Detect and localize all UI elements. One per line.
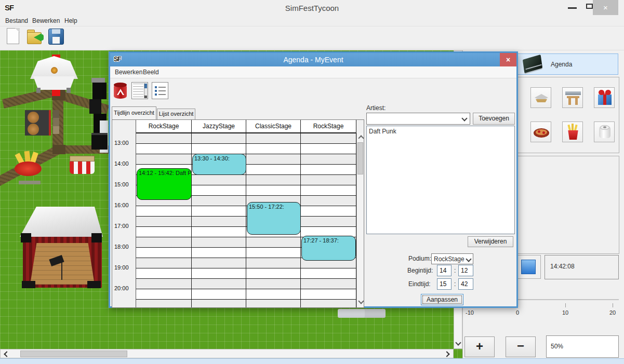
gift-ribbon bbox=[603, 95, 606, 105]
pepperoni bbox=[538, 130, 540, 133]
play-icon bbox=[521, 260, 536, 274]
end-hour-field[interactable]: 15 bbox=[437, 278, 452, 290]
item-fries-button[interactable] bbox=[562, 122, 583, 142]
open-folder-icon[interactable] bbox=[27, 29, 45, 45]
time-label: 17:00 bbox=[114, 223, 129, 229]
artist-combo[interactable] bbox=[366, 113, 470, 125]
burger bbox=[28, 112, 39, 123]
time-label: 16:00 bbox=[114, 202, 129, 208]
zoom-level-value: 50% bbox=[551, 343, 563, 350]
begin-minute-field[interactable]: 12 bbox=[458, 265, 473, 276]
stage-floor bbox=[30, 243, 95, 285]
zoom-in-button[interactable]: + bbox=[464, 336, 495, 357]
dialog-menu-bewerken[interactable]: Bewerken bbox=[115, 69, 142, 76]
close-button[interactable]: × bbox=[593, 0, 618, 15]
artist-label: Artiest: bbox=[366, 104, 386, 112]
striped-stand[interactable] bbox=[70, 161, 95, 174]
sidebar-item-agenda[interactable]: Agenda bbox=[517, 53, 618, 75]
zoom-out-button[interactable]: − bbox=[506, 336, 536, 357]
floor-tile-side bbox=[536, 99, 547, 102]
scroll-down-icon[interactable] bbox=[358, 298, 364, 304]
column-header-rockstage-2: RockStage bbox=[301, 120, 356, 133]
event-block[interactable]: 13:30 - 14:30: bbox=[192, 154, 246, 175]
remove-artist-button[interactable]: Verwijderen bbox=[468, 236, 513, 247]
item-gift-button[interactable] bbox=[594, 87, 615, 108]
tent-leg bbox=[67, 88, 71, 93]
artist-listbox[interactable]: Daft Punk bbox=[366, 126, 515, 234]
delete-icon[interactable] bbox=[114, 82, 127, 100]
play-button[interactable] bbox=[516, 255, 541, 279]
pepperoni bbox=[542, 131, 545, 134]
fries-base bbox=[19, 181, 41, 184]
item-floor-tile-button[interactable] bbox=[530, 87, 551, 108]
artist-list-item[interactable]: Daft Punk bbox=[369, 128, 396, 135]
menu-help[interactable]: Help bbox=[64, 17, 77, 24]
tick-label: 0 bbox=[510, 309, 525, 316]
scroll-down-icon[interactable] bbox=[455, 340, 461, 345]
podium-combo[interactable]: RockStage bbox=[431, 253, 473, 264]
tick-label: 10 bbox=[558, 309, 573, 316]
new-file-icon[interactable] bbox=[7, 28, 20, 45]
scroll-right-icon[interactable] bbox=[444, 351, 449, 357]
schedule-column[interactable] bbox=[136, 133, 192, 307]
tick-label: -10 bbox=[462, 309, 477, 316]
tab-lijst-overzicht[interactable]: Lijst overzicht bbox=[157, 109, 195, 119]
fries-box bbox=[567, 130, 579, 140]
item-toilet-paper-button[interactable] bbox=[594, 122, 615, 142]
tick-label: 20 bbox=[605, 309, 620, 316]
stage-speaker bbox=[21, 233, 31, 242]
gate-post bbox=[575, 96, 578, 105]
agenda-book-icon bbox=[523, 55, 542, 73]
time-colon: : bbox=[454, 280, 456, 288]
main-toolbar bbox=[0, 26, 624, 50]
podium-combo-value: RockStage bbox=[434, 255, 464, 263]
dialog-titlebar[interactable]: SF Agenda - MyEvent × bbox=[110, 53, 516, 66]
time-label: 19:00 bbox=[114, 264, 129, 271]
column-header-jazzystage: JazzyStage bbox=[192, 120, 246, 133]
speaker-rig[interactable] bbox=[91, 78, 105, 83]
speaker-rig bbox=[89, 99, 101, 114]
end-minute-field[interactable]: 42 bbox=[458, 278, 473, 290]
dialog-close-button[interactable]: × bbox=[500, 53, 516, 66]
chevron-down-icon bbox=[466, 256, 471, 262]
time-colon: : bbox=[454, 267, 456, 274]
scrollbar-thumb[interactable] bbox=[20, 350, 127, 357]
menu-bestand[interactable]: Bestand bbox=[5, 17, 28, 24]
apply-button[interactable]: Aanpassen bbox=[421, 294, 463, 305]
item-torii-gate-button[interactable] bbox=[562, 87, 583, 108]
zoom-level-box[interactable]: 50% bbox=[546, 335, 619, 358]
time-gutter: 13:00 14:00 15:00 16:00 17:00 18:00 19:0… bbox=[112, 120, 136, 307]
tent-leg bbox=[36, 88, 41, 93]
item-pizza-button[interactable] bbox=[530, 122, 551, 142]
map-horizontal-scrollbar[interactable] bbox=[0, 349, 454, 358]
event-block[interactable]: 15:50 - 17:22: bbox=[247, 202, 301, 235]
minimize-button[interactable] bbox=[568, 7, 577, 9]
tab-tijdlijn-overzicht[interactable]: Tijdlijn overzicht bbox=[112, 106, 156, 119]
event-block[interactable]: 14:12 - 15:42: Daft Punk bbox=[137, 168, 192, 200]
dialog-menu-beeld[interactable]: Beeld bbox=[143, 69, 159, 76]
column-header-rockstage-1: RockStage bbox=[136, 120, 192, 133]
maximize-button[interactable] bbox=[586, 4, 593, 9]
time-label: 15:00 bbox=[114, 181, 129, 187]
tent-logo bbox=[51, 67, 58, 74]
list-view-icon[interactable] bbox=[152, 82, 168, 99]
window-bottom-edge bbox=[0, 358, 624, 364]
table-scrollbar[interactable] bbox=[356, 133, 364, 307]
scrollbar-thumb[interactable] bbox=[357, 142, 363, 174]
add-artist-button[interactable]: Toevoegen bbox=[473, 113, 515, 125]
speaker-rig bbox=[92, 83, 107, 99]
scroll-up-icon[interactable] bbox=[358, 135, 364, 141]
begin-hour-field[interactable]: 14 bbox=[437, 265, 452, 276]
save-icon[interactable] bbox=[48, 29, 65, 45]
end-time-label: Eindtijd: bbox=[408, 280, 431, 288]
slider-tick bbox=[565, 303, 566, 307]
scroll-left-icon[interactable] bbox=[4, 351, 9, 357]
menu-bewerken[interactable]: Bewerken bbox=[32, 17, 60, 24]
timeline-view-icon[interactable] bbox=[131, 82, 148, 99]
fries-stand[interactable] bbox=[15, 161, 42, 176]
agenda-dialog: SF Agenda - MyEvent × Bewerken Beeld bbox=[109, 51, 518, 308]
event-block[interactable]: 17:27 - 18:37: bbox=[301, 236, 356, 261]
striped-stand-top bbox=[70, 156, 95, 161]
schedule-column[interactable] bbox=[301, 133, 356, 307]
column-header-classicstage: ClassicStage bbox=[246, 120, 301, 133]
